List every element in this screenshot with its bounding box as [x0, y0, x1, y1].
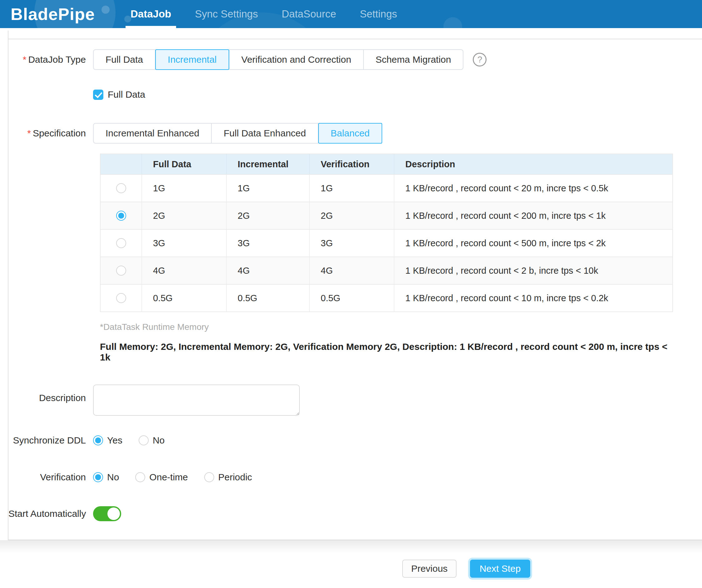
synchronize-ddl-radio-yes[interactable] — [93, 435, 103, 445]
nav-tab-settings[interactable]: Settings — [360, 0, 397, 28]
datajob-type-label: *DataJob Type — [8, 54, 86, 65]
previous-button[interactable]: Previous — [402, 560, 457, 578]
full-data-checkbox-label: Full Data — [108, 89, 145, 100]
table-cell: 0.5G — [310, 285, 394, 311]
table-header-verification: Verification — [310, 154, 394, 174]
datajob-type-row: *DataJob Type Full DataIncrementalVerifi… — [8, 49, 702, 70]
table-cell: 4G — [310, 257, 394, 284]
table-cell: 4G — [227, 257, 310, 284]
table-cell: 3G — [227, 230, 310, 257]
spec-row-radio-4g[interactable] — [116, 266, 126, 276]
verification-label-no: No — [107, 472, 119, 482]
table-cell: 0.5G — [142, 285, 227, 311]
table-cell: 1 KB/record , record count < 2 b, incre … — [394, 257, 672, 284]
verification-label-periodic: Periodic — [218, 472, 252, 482]
required-asterisk: * — [23, 54, 26, 64]
specification-row: *Specification Incremental EnhancedFull … — [8, 123, 702, 144]
start-automatically-toggle[interactable] — [93, 506, 121, 521]
nav-tab-sync-settings[interactable]: Sync Settings — [195, 0, 258, 28]
synchronize-ddl-option-no[interactable]: No — [139, 435, 164, 446]
datajob-type-option-schema-migration[interactable]: Schema Migration — [363, 49, 464, 70]
main-nav: DataJobSync SettingsDataSourceSettings — [130, 0, 421, 28]
table-cell: 1 KB/record , record count < 200 m, incr… — [394, 202, 672, 229]
table-cell: 2G — [310, 202, 394, 229]
synchronize-ddl-option-yes[interactable]: Yes — [93, 435, 122, 446]
verification-row: Verification NoOne-timePeriodic — [8, 472, 702, 482]
synchronize-ddl-label-yes: Yes — [107, 435, 122, 446]
table-row-0-5g: 0.5G0.5G0.5G1 KB/record , record count <… — [101, 285, 672, 312]
full-data-checkbox-row: Full Data — [8, 89, 702, 100]
selected-spec-summary: Full Memory: 2G, Incremental Memory: 2G,… — [100, 341, 673, 363]
synchronize-ddl-radio-no[interactable] — [139, 435, 149, 445]
table-cell: 1 KB/record , record count < 10 m, incre… — [394, 285, 672, 311]
table-row-1g: 1G1G1G1 KB/record , record count < 20 m,… — [101, 175, 672, 202]
table-cell: 0.5G — [227, 285, 310, 311]
bladepipe-logo: BladePipe — [11, 4, 121, 24]
table-header-description: Description — [394, 154, 672, 174]
decor-bubble — [124, 16, 131, 22]
verification-radio-periodic[interactable] — [204, 472, 214, 482]
datajob-type-option-incremental[interactable]: Incremental — [155, 49, 229, 70]
specification-option-balanced[interactable]: Balanced — [318, 123, 382, 144]
table-header-row: Full DataIncrementalVerificationDescript… — [101, 154, 672, 175]
table-header-incremental: Incremental — [227, 154, 310, 174]
table-cell: 2G — [142, 202, 227, 229]
table-row-4g: 4G4G4G1 KB/record , record count < 2 b, … — [101, 257, 672, 285]
toggle-knob — [107, 507, 120, 520]
table-radio-cell — [101, 285, 142, 311]
table-radio-cell — [101, 175, 142, 201]
verification-radio-one-time[interactable] — [135, 472, 145, 482]
verification-option-one-time[interactable]: One-time — [135, 472, 188, 482]
synchronize-ddl-label-no: No — [153, 435, 164, 446]
datajob-type-option-full-data[interactable]: Full Data — [93, 49, 155, 70]
verification-radio-no[interactable] — [93, 472, 103, 482]
description-row: Description — [8, 385, 702, 416]
datajob-type-option-verification-and-correction[interactable]: Verification and Correction — [229, 49, 363, 70]
table-cell: 1G — [310, 175, 394, 201]
description-textarea[interactable] — [93, 385, 300, 416]
next-step-button[interactable]: Next Step — [470, 560, 530, 578]
verification-label-one-time: One-time — [149, 472, 188, 482]
synchronize-ddl-label: Synchronize DDL — [8, 435, 86, 446]
table-cell: 1 KB/record , record count < 20 m, incre… — [394, 175, 672, 201]
start-automatically-row: Start Automatically — [8, 506, 702, 521]
top-navbar: BladePipe DataJobSync SettingsDataSource… — [0, 0, 702, 28]
table-cell: 3G — [142, 230, 227, 257]
nav-tab-datasource[interactable]: DataSource — [282, 0, 336, 28]
start-automatically-label: Start Automatically — [8, 508, 86, 519]
spec-row-radio-1g[interactable] — [116, 183, 126, 193]
spec-row-radio-0-5g[interactable] — [116, 293, 126, 303]
card-top-divider — [8, 31, 702, 39]
specification-option-incremental-enhanced[interactable]: Incremental Enhanced — [93, 123, 211, 144]
decor-bubble — [444, 17, 462, 28]
table-row-3g: 3G3G3G1 KB/record , record count < 500 m… — [101, 230, 672, 257]
help-icon[interactable]: ? — [473, 53, 486, 66]
full-data-checkbox[interactable] — [93, 90, 103, 100]
verification-label: Verification — [8, 472, 86, 482]
table-radio-cell — [101, 202, 142, 229]
table-cell: 2G — [227, 202, 310, 229]
table-cell: 1G — [227, 175, 310, 201]
table-cell: 1 KB/record , record count < 500 m, incr… — [394, 230, 672, 257]
spec-row-radio-2g[interactable] — [116, 211, 126, 220]
specification-label: *Specification — [8, 128, 86, 139]
spec-row-radio-3g[interactable] — [116, 238, 126, 248]
table-row-2g: 2G2G2G1 KB/record , record count < 200 m… — [101, 202, 672, 230]
table-cell: 3G — [310, 230, 394, 257]
table-cell: 1G — [142, 175, 227, 201]
verification-option-periodic[interactable]: Periodic — [204, 472, 252, 482]
specification-option-full-data-enhanced[interactable]: Full Data Enhanced — [211, 123, 318, 144]
description-label: Description — [8, 385, 86, 403]
card-shadow-fade — [0, 540, 702, 552]
verification-option-no[interactable]: No — [93, 472, 119, 482]
active-tab-underline — [126, 26, 176, 28]
datatask-runtime-memory-note: *DataTask Runtime Memory — [100, 322, 702, 332]
datajob-type-button-group: Full DataIncrementalVerification and Cor… — [93, 49, 463, 70]
required-asterisk: * — [27, 128, 31, 138]
table-radio-cell — [101, 257, 142, 284]
synchronize-ddl-row: Synchronize DDL YesNo — [8, 435, 702, 446]
table-header-full-data: Full Data — [142, 154, 227, 174]
footer-actions: Previous Next Step — [402, 560, 702, 578]
nav-tab-datajob[interactable]: DataJob — [130, 0, 171, 28]
datajob-form-card: *DataJob Type Full DataIncrementalVerifi… — [8, 31, 702, 540]
